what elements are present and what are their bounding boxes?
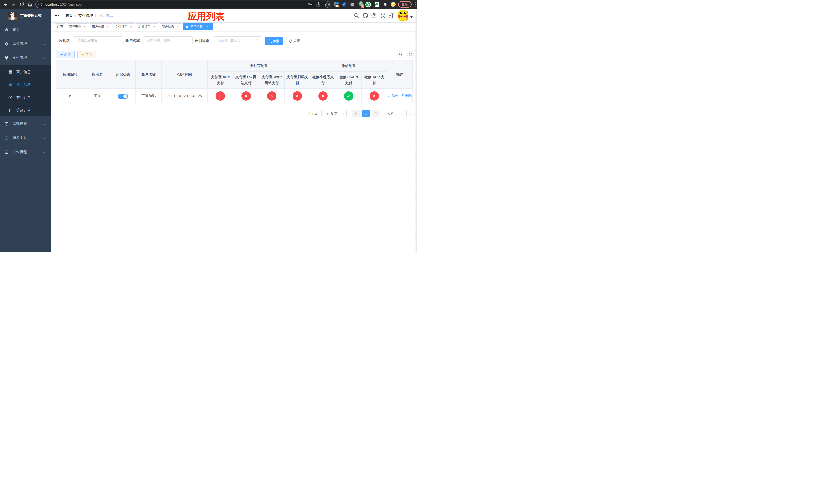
svg-text:10: 10 [336, 5, 339, 7]
svg-text:1: 1 [362, 5, 364, 7]
